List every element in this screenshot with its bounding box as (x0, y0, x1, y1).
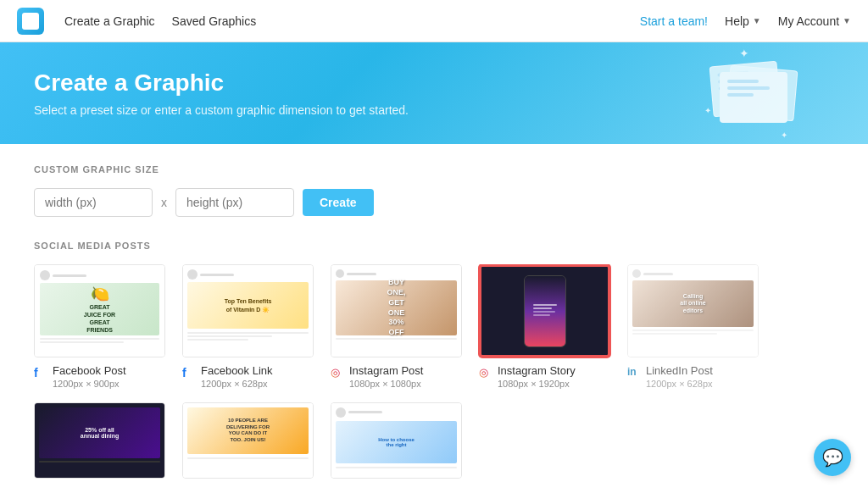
facebook-post-name: Facebook Post (53, 364, 126, 379)
instagram-icon: ◎ (331, 366, 344, 379)
nav-help-label: Help (725, 14, 749, 28)
facebook-post-info: Facebook Post 1200px × 900px (53, 364, 126, 389)
hero-title: Create a Graphic (34, 69, 409, 97)
facebook-icon: f (34, 366, 47, 379)
facebook-link-dimensions: 1200px × 628px (201, 379, 273, 389)
fb-bottom-lines (40, 338, 159, 343)
create-button[interactable]: Create (303, 189, 374, 216)
x-divider: x (161, 196, 167, 209)
linkedin-post-name: LinkedIn Post (646, 364, 713, 379)
bottom-mini-img-2: 10 PEOPLE AREDELIVERING FORYOU CAN DO IT… (187, 407, 309, 454)
story-phone (524, 275, 566, 347)
ig-sale-text: BUYONE,GETONE30%OFF (387, 278, 405, 337)
bottom-thumb-1: 25% off allannual dining (34, 402, 165, 479)
fb-name-line (53, 274, 86, 277)
fbl-name-line (200, 274, 234, 276)
instagram-story-dimensions: 1080px × 1920px (498, 379, 576, 389)
facebook-post-card[interactable]: 🍋 GREATJUICE FORGREATFRIENDS f Facebo (34, 264, 165, 389)
bottom-card-1[interactable]: 25% off allannual dining (34, 402, 165, 479)
ig-top (336, 269, 457, 278)
li-lines (632, 330, 754, 335)
li-top (632, 269, 754, 278)
nav-links: Create a Graphic Saved Graphics (64, 14, 256, 28)
nav-right: Start a team! Help ▼ My Account ▼ (640, 14, 851, 28)
fbl-avatar-icon (187, 269, 198, 280)
nav-account-label: My Account (778, 14, 839, 28)
hero-card-front (720, 72, 787, 123)
width-input[interactable] (34, 188, 153, 217)
posts-grid: 🍋 GREATJUICE FORGREATFRIENDS f Facebo (34, 264, 834, 396)
hero-subtitle: Select a preset size or enter a custom g… (34, 103, 409, 117)
instagram-story-info: Instagram Story 1080px × 1920px (498, 364, 576, 389)
fbl-image: Top Ten Benefitsof Vitamin D ☀️ (187, 282, 309, 329)
logo-inner (22, 13, 39, 30)
fbl-lines (187, 332, 309, 341)
ig-avatar (336, 269, 344, 278)
navbar: Create a Graphic Saved Graphics Start a … (0, 0, 868, 42)
instagram-story-icon: ◎ (479, 366, 492, 379)
bottom-mini-img-3: How to choosethe right (336, 421, 457, 463)
star-icon-2: ✦ (704, 106, 711, 115)
star-icon-1: ✦ (739, 47, 749, 60)
instagram-post-meta: ◎ Instagram Post 1080px × 1080px (331, 364, 462, 389)
facebook-link-thumbnail: Top Ten Benefitsof Vitamin D ☀️ (182, 264, 314, 357)
chat-support-button[interactable]: 💬 (814, 439, 851, 476)
facebook-link-name: Facebook Link (201, 364, 273, 379)
instagram-post-info: Instagram Post 1080px × 1080px (349, 364, 423, 389)
logo[interactable] (17, 8, 44, 35)
social-posts-section: SOCIAL MEDIA POSTS 🍋 GREATJUICE FORGREAT… (34, 241, 834, 479)
account-caret-icon: ▼ (843, 16, 851, 25)
bottom-card-3[interactable]: How to choosethe right (331, 402, 462, 479)
facebook-link-card[interactable]: Top Ten Benefitsof Vitamin D ☀️ f Facebo… (182, 264, 314, 389)
custom-size-row: x Create (34, 188, 834, 217)
facebook-post-dimensions: 1200px × 900px (53, 379, 126, 389)
facebook-post-meta: f Facebook Post 1200px × 900px (34, 364, 165, 389)
bottom-posts-row: 25% off allannual dining 10 PEOPLE AREDE… (34, 402, 834, 479)
height-input[interactable] (175, 188, 294, 217)
nav-saved-graphics[interactable]: Saved Graphics (172, 14, 257, 28)
bottom-mini-img-1: 25% off allannual dining (39, 407, 160, 458)
story-content (525, 276, 565, 346)
facebook-link-meta: f Facebook Link 1200px × 628px (182, 364, 314, 389)
fb-image-area: 🍋 GREATJUICE FORGREATFRIENDS (40, 283, 159, 335)
instagram-post-dimensions: 1080px × 1080px (349, 379, 423, 389)
social-posts-label: SOCIAL MEDIA POSTS (34, 241, 834, 251)
linkedin-post-card[interactable]: Callingall onlineeditors in LinkedIn Pos… (627, 264, 759, 389)
bottom-thumb-2: 10 PEOPLE AREDELIVERING FORYOU CAN DO IT… (182, 402, 314, 479)
fb-avatar-icon (40, 270, 50, 280)
fb-post-text: GREATJUICE FORGREATFRIENDS (84, 303, 115, 334)
hero-banner: Create a Graphic Select a preset size or… (0, 42, 868, 144)
nav-create-graphic[interactable]: Create a Graphic (64, 14, 155, 28)
li-image: Callingall onlineeditors (632, 280, 754, 327)
li-avatar (632, 269, 641, 278)
linkedin-icon: in (627, 366, 641, 379)
bottom-thumb-3: How to choosethe right (331, 402, 462, 479)
instagram-story-meta: ◎ Instagram Story 1080px × 1920px (479, 364, 610, 389)
nav-account[interactable]: My Account ▼ (778, 14, 851, 28)
instagram-post-name: Instagram Post (349, 364, 423, 379)
instagram-story-name: Instagram Story (498, 364, 576, 379)
hero-content: Create a Graphic Select a preset size or… (34, 69, 409, 117)
instagram-post-card[interactable]: BUYONE,GETONE30%OFF ◎ Instagram Post 108… (331, 264, 462, 389)
nav-help[interactable]: Help ▼ (725, 14, 761, 28)
ig-image: BUYONE,GETONE30%OFF (336, 280, 457, 335)
instagram-post-thumbnail: BUYONE,GETONE30%OFF (331, 264, 462, 357)
linkedin-post-thumbnail: Callingall onlineeditors (627, 264, 759, 357)
linkedin-post-dimensions: 1200px × 628px (646, 379, 713, 389)
linkedin-post-meta: in LinkedIn Post 1200px × 628px (627, 364, 759, 389)
facebook-post-thumbnail: 🍋 GREATJUICE FORGREATFRIENDS (34, 264, 165, 357)
linkedin-post-info: LinkedIn Post 1200px × 628px (646, 364, 713, 389)
story-text-lines (530, 301, 560, 321)
main-content: CUSTOM GRAPHIC SIZE x Create SOCIAL MEDI… (0, 144, 868, 493)
chat-icon: 💬 (822, 447, 843, 468)
bottom-card-2[interactable]: 10 PEOPLE AREDELIVERING FORYOU CAN DO IT… (182, 402, 314, 479)
facebook-link-info: Facebook Link 1200px × 628px (201, 364, 273, 389)
custom-size-label: CUSTOM GRAPHIC SIZE (34, 164, 834, 174)
nav-start-team[interactable]: Start a team! (640, 14, 708, 28)
facebook-link-icon: f (182, 366, 196, 379)
instagram-story-thumbnail (479, 264, 610, 357)
help-caret-icon: ▼ (753, 16, 761, 25)
custom-size-section: CUSTOM GRAPHIC SIZE x Create (34, 164, 834, 217)
instagram-story-card[interactable]: ◎ Instagram Story 1080px × 1920px (479, 264, 610, 389)
li-text: Callingall onlineeditors (678, 291, 707, 316)
